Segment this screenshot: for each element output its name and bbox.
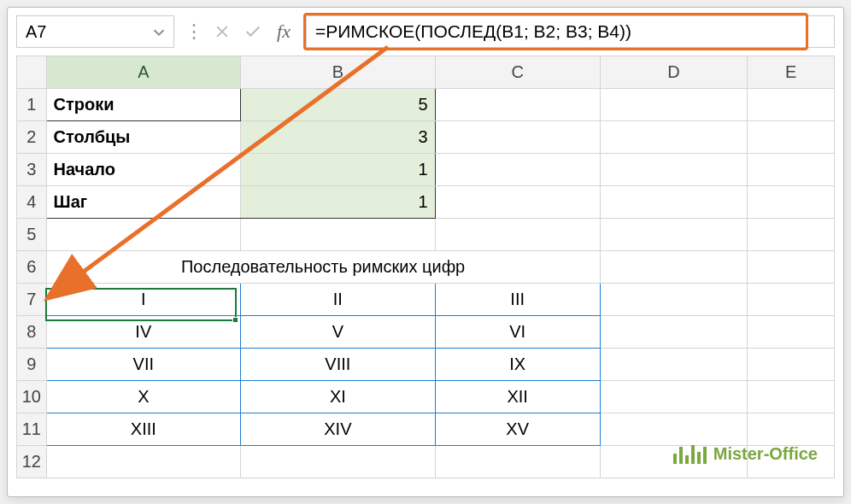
- cell-b3[interactable]: 1: [241, 154, 436, 186]
- cell[interactable]: [600, 154, 748, 186]
- cell[interactable]: [600, 413, 748, 446]
- cell[interactable]: [600, 251, 748, 284]
- cell-b4[interactable]: 1: [241, 186, 436, 219]
- row-header[interactable]: 2: [17, 121, 47, 154]
- confirm-icon[interactable]: [241, 20, 265, 44]
- cell-b7[interactable]: II: [241, 284, 436, 316]
- cell[interactable]: X: [46, 381, 241, 413]
- name-box-value: A7: [26, 22, 46, 42]
- row-header[interactable]: 3: [17, 154, 47, 186]
- name-box[interactable]: A7: [16, 15, 174, 48]
- cell[interactable]: VIII: [241, 349, 436, 381]
- cell[interactable]: [435, 154, 600, 186]
- row-header[interactable]: 9: [17, 349, 47, 381]
- formula-input[interactable]: =РИМСКОЕ(ПОСЛЕД(B1; B2; B3; B4)): [306, 15, 835, 48]
- cell[interactable]: [241, 446, 436, 478]
- cell[interactable]: XII: [435, 381, 600, 413]
- cell[interactable]: [748, 89, 835, 121]
- row-header[interactable]: 4: [17, 186, 47, 219]
- bars-icon: [673, 445, 707, 464]
- spreadsheet-window: A7 ⋮ fx =РИМСКОЕ(ПОСЛЕД(B1; B2; B3; B4)): [7, 7, 844, 497]
- cell[interactable]: VI: [435, 316, 600, 349]
- select-all[interactable]: [17, 56, 47, 89]
- cell[interactable]: [600, 186, 748, 219]
- cell[interactable]: [748, 284, 835, 316]
- cell-a3[interactable]: Начало: [46, 154, 241, 186]
- col-header-d[interactable]: D: [600, 56, 748, 89]
- cell[interactable]: [748, 121, 835, 154]
- formula-bar: A7 ⋮ fx =РИМСКОЕ(ПОСЛЕД(B1; B2; B3; B4)): [16, 15, 835, 49]
- title-cell[interactable]: Последовательность римских цифр: [46, 251, 600, 284]
- cell[interactable]: [435, 446, 600, 478]
- cell-a7[interactable]: I: [46, 284, 241, 316]
- row-header[interactable]: 12: [17, 446, 47, 478]
- row-header[interactable]: 5: [17, 219, 47, 251]
- cell[interactable]: [435, 121, 600, 154]
- cell-b2[interactable]: 3: [241, 121, 436, 154]
- cell[interactable]: XV: [435, 413, 600, 446]
- cancel-icon[interactable]: [210, 20, 234, 44]
- cell[interactable]: [748, 154, 835, 186]
- cell-c7[interactable]: III: [435, 284, 600, 316]
- cell[interactable]: [748, 186, 835, 219]
- cell[interactable]: VII: [46, 349, 241, 381]
- cell[interactable]: XI: [241, 381, 436, 413]
- cell[interactable]: [46, 446, 241, 478]
- cell[interactable]: [748, 316, 835, 349]
- watermark-text: Mister-Office: [713, 444, 818, 464]
- fx-icon[interactable]: fx: [272, 20, 296, 44]
- cell[interactable]: [748, 251, 835, 284]
- cell[interactable]: [600, 121, 748, 154]
- cell[interactable]: [748, 349, 835, 381]
- cell[interactable]: [600, 381, 748, 413]
- row-header[interactable]: 7: [17, 284, 47, 316]
- cell[interactable]: [748, 219, 835, 251]
- cell[interactable]: [600, 284, 748, 316]
- cell[interactable]: [748, 413, 835, 446]
- chevron-down-icon[interactable]: [150, 23, 168, 42]
- formula-bar-buttons: ⋮ fx: [181, 20, 299, 44]
- row-header[interactable]: 1: [17, 89, 47, 121]
- cell[interactable]: [600, 89, 748, 121]
- row-header[interactable]: 11: [17, 413, 47, 446]
- grid: A B C D E 1 Строки 5 2 Столбцы 3: [16, 56, 835, 478]
- cell-a4[interactable]: Шаг: [46, 186, 241, 219]
- row-header[interactable]: 6: [17, 251, 47, 284]
- cell[interactable]: XIII: [46, 413, 241, 446]
- cell[interactable]: [600, 219, 748, 251]
- cell[interactable]: [435, 219, 600, 251]
- col-header-b[interactable]: B: [241, 56, 436, 89]
- col-header-e[interactable]: E: [748, 56, 835, 89]
- row-header[interactable]: 8: [17, 316, 47, 349]
- formula-text: =РИМСКОЕ(ПОСЛЕД(B1; B2; B3; B4)): [315, 21, 631, 42]
- cell[interactable]: [46, 219, 241, 251]
- cell[interactable]: XIV: [241, 413, 436, 446]
- cell-a2[interactable]: Столбцы: [46, 121, 241, 154]
- col-header-a[interactable]: A: [46, 56, 241, 89]
- cell[interactable]: [241, 219, 436, 251]
- cell[interactable]: [435, 186, 600, 219]
- cell[interactable]: V: [241, 316, 436, 349]
- cell[interactable]: IX: [435, 349, 600, 381]
- row-header[interactable]: 10: [17, 381, 47, 413]
- cell[interactable]: [600, 349, 748, 381]
- cell[interactable]: [748, 381, 835, 413]
- cell-a1[interactable]: Строки: [46, 89, 241, 121]
- cell[interactable]: [435, 89, 600, 121]
- separator-icon: ⋮: [185, 21, 203, 43]
- cell-b1[interactable]: 5: [241, 89, 436, 121]
- cell[interactable]: IV: [46, 316, 241, 349]
- cell[interactable]: [600, 316, 748, 349]
- watermark: Mister-Office: [673, 444, 818, 464]
- col-header-c[interactable]: C: [435, 56, 600, 89]
